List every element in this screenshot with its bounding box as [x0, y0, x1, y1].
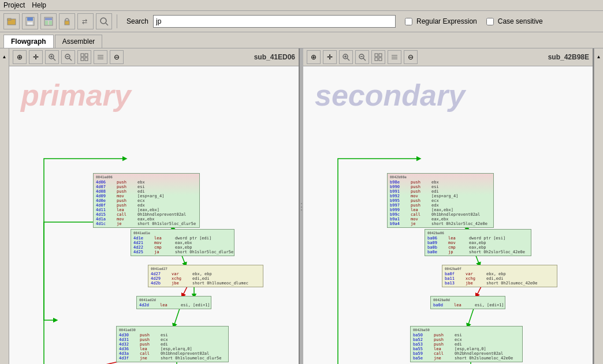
svg-rect-3	[27, 17, 33, 21]
right-nav: ▲	[594, 48, 603, 364]
svg-line-18	[69, 58, 72, 61]
zoom-in-btn-secondary[interactable]	[339, 50, 353, 64]
nav-up-left[interactable]: ▲	[1, 51, 8, 62]
secondary-panel-title: sub_42B98E	[548, 53, 589, 61]
menu-project[interactable]: Project	[3, 1, 25, 9]
nav-up-right[interactable]: ▲	[595, 51, 602, 62]
lock-icon	[62, 17, 72, 26]
case-checkbox[interactable]	[486, 18, 494, 25]
zoom-in-icon	[48, 53, 56, 61]
node-0041ed06[interactable]: 0041ed06 4d06pushebx 4d07pushesi 4d08pus…	[93, 173, 200, 228]
window-button[interactable]	[40, 13, 57, 29]
node-0042ba50[interactable]: 0042ba50 ba50pushesi ba52pushecx ba53pus…	[410, 326, 523, 362]
minus-btn-primary[interactable]: ⊖	[110, 50, 124, 64]
node-0042b98e[interactable]: 0042b98e b98epushebx b990pushesi b991pus…	[387, 173, 494, 228]
svg-line-14	[53, 58, 55, 61]
search-label: Search	[126, 17, 148, 25]
minus-btn-secondary[interactable]: ⊖	[404, 50, 418, 64]
svg-line-31	[174, 309, 180, 326]
regex-checkbox[interactable]	[405, 18, 412, 25]
sync-btn-secondary[interactable]	[388, 50, 401, 64]
svg-rect-20	[81, 54, 84, 57]
primary-panel-title: sub_41ED06	[254, 53, 295, 61]
diff-icon: ⇄	[81, 17, 90, 26]
sync-icon	[96, 53, 105, 61]
node-0041ed1e[interactable]: 0041ed1e 4d1eleadword ptr [edi] 4d21move…	[131, 229, 234, 256]
search-toolbar-button[interactable]	[96, 13, 112, 29]
search-toolbar-icon	[99, 17, 109, 26]
node-0041ed30[interactable]: 0041ed30 4d30pushesi 4d31pushecx 4d32pus…	[116, 326, 229, 362]
svg-line-40	[363, 58, 366, 61]
primary-watermark: primary	[21, 78, 131, 112]
node-0042ba0f[interactable]: 0042ba0f ba0fvarebx, ebp ba11xchgedi,edi…	[442, 265, 557, 287]
save-icon	[25, 17, 35, 26]
regex-label: Regular Expression	[416, 17, 477, 25]
toolbar: ⇄ Search Regular Expression Case sensiti…	[0, 11, 603, 32]
menu-help[interactable]: Help	[32, 1, 46, 9]
regex-checkbox-group: Regular Expression	[405, 17, 477, 25]
svg-rect-8	[49, 21, 52, 25]
svg-rect-43	[379, 54, 382, 57]
tab-assembler[interactable]: Assembler	[55, 35, 103, 48]
svg-line-52	[468, 309, 474, 326]
svg-rect-42	[375, 54, 378, 57]
secondary-watermark: secondary	[315, 78, 465, 112]
tab-flowgraph[interactable]: Flowgraph	[3, 35, 54, 48]
zoom-out-btn-primary[interactable]	[61, 50, 75, 64]
zoom-out-icon	[64, 53, 72, 61]
svg-rect-21	[85, 54, 88, 57]
svg-rect-4	[27, 22, 33, 25]
center-btn-primary[interactable]: ✛	[29, 50, 43, 64]
svg-text:⇄: ⇄	[82, 18, 87, 25]
tabbar: Flowgraph Assembler	[0, 32, 603, 48]
fit-btn-secondary[interactable]: ⊕	[307, 50, 321, 64]
node-0041ed2d[interactable]: 0041ed2d 4d2dleaesi, [edi+1]	[136, 296, 211, 309]
menubar: Project Help	[0, 0, 603, 11]
layout-btn-primary[interactable]	[77, 50, 91, 64]
svg-point-11	[100, 18, 106, 24]
case-checkbox-group: Case sensitive	[486, 17, 543, 25]
fit-btn-primary[interactable]: ⊕	[13, 50, 27, 64]
svg-line-12	[106, 23, 108, 25]
lock-button[interactable]	[59, 13, 75, 29]
primary-graph-canvas[interactable]: primary	[9, 66, 300, 364]
open-icon	[7, 17, 16, 26]
left-nav: ▲	[0, 48, 9, 364]
zoom-out-btn-secondary[interactable]	[355, 50, 369, 64]
toolbar-separator-1	[117, 14, 117, 28]
layout-icon-secondary	[374, 53, 382, 61]
search-input[interactable]	[153, 15, 396, 28]
node-0041ed27[interactable]: 0041ed27 4d27varebx, ebp 4d29xchgedi,edi…	[148, 265, 263, 287]
svg-rect-23	[85, 58, 88, 61]
center-btn-secondary[interactable]: ✛	[323, 50, 337, 64]
window-icon	[44, 17, 53, 26]
svg-rect-6	[45, 18, 52, 20]
zoom-in-btn-primary[interactable]	[45, 50, 59, 64]
node-0042ba0d[interactable]: 0042ba0d ba0dleaesi, [edi+1]	[430, 296, 505, 309]
layout-icon	[80, 53, 88, 61]
svg-rect-44	[375, 58, 378, 61]
case-label: Case sensitive	[498, 17, 543, 25]
svg-rect-9	[65, 21, 69, 25]
secondary-graph-toolbar: ⊕ ✛	[303, 48, 593, 66]
main-content: ▲ ⊕ ✛	[0, 48, 603, 364]
secondary-graph-canvas[interactable]: secondary	[303, 66, 593, 364]
open-button[interactable]	[3, 13, 20, 29]
save-button[interactable]	[22, 13, 38, 29]
node-0042ba06[interactable]: 0042ba06 ba06leadword ptr [esi] ba09move…	[425, 229, 531, 256]
svg-line-36	[347, 58, 349, 61]
svg-rect-1	[8, 18, 11, 20]
sync-btn-primary[interactable]	[94, 50, 107, 64]
svg-rect-7	[45, 21, 48, 25]
svg-rect-45	[379, 58, 382, 61]
sync-icon-secondary	[390, 53, 399, 61]
primary-panel: ⊕ ✛	[9, 48, 300, 364]
primary-graph-toolbar: ⊕ ✛	[9, 48, 299, 66]
zoom-in-icon-secondary	[342, 53, 350, 61]
diff-button[interactable]: ⇄	[77, 13, 94, 29]
secondary-panel: ⊕ ✛	[303, 48, 594, 364]
zoom-out-icon-secondary	[358, 53, 366, 61]
svg-rect-22	[81, 58, 84, 61]
layout-btn-secondary[interactable]	[371, 50, 385, 64]
